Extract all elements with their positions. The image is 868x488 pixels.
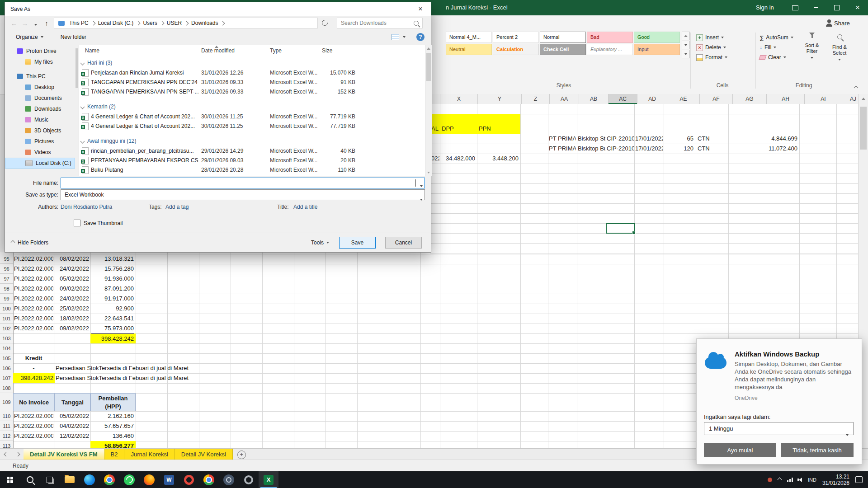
cell-b-99[interactable]: 24/02/2022	[55, 294, 89, 304]
row-header-111[interactable]: 111	[0, 421, 13, 431]
scrollbar-thumb[interactable]	[426, 53, 431, 81]
cell-total-label-partial[interactable]: AL	[431, 124, 439, 134]
refresh-button[interactable]	[318, 19, 331, 27]
cell-b-96[interactable]: 24/02/2022	[55, 264, 89, 274]
no-thanks-button[interactable]: Tidak, terima kasih	[781, 443, 854, 457]
find-select-button[interactable]: Find & Select	[826, 33, 853, 62]
cell-header-no-invoice[interactable]: No Invoice	[13, 393, 55, 411]
taskbar-search-button[interactable]	[20, 471, 40, 488]
cell-c-111[interactable]: 57.657.657	[91, 421, 134, 431]
column-header-X[interactable]: X	[440, 94, 478, 104]
file-group-header[interactable]: Awal minggu ini (12)	[79, 136, 432, 146]
cell-c-102[interactable]: 75.973.000	[91, 324, 134, 333]
cell-b-111[interactable]: 04/02/2022	[55, 421, 89, 431]
excel-close-button[interactable]	[847, 0, 868, 15]
column-header-AG[interactable]: AG	[733, 94, 767, 104]
cell-amount[interactable]: 4.844.699	[762, 134, 797, 144]
sheet-nav-left[interactable]	[0, 449, 12, 460]
cell-b-110[interactable]: 05/02/2022	[55, 411, 89, 421]
style-chip-neutral[interactable]: Neutral	[446, 44, 492, 55]
sidebar-item-documents[interactable]: Documents	[5, 93, 75, 103]
minimize-button[interactable]	[806, 0, 826, 15]
file-name-dropdown[interactable]	[420, 182, 423, 188]
column-header-AF[interactable]: AF	[700, 94, 733, 104]
sidebar-item-proton-drive[interactable]: Proton Drive	[5, 46, 75, 56]
row-header-102[interactable]: 102	[0, 324, 13, 333]
style-chip-percent-2[interactable]: Percent 2	[493, 32, 539, 43]
grid-pane-bottom-left[interactable]: 95PI.2022.02.0000708/02/202213.018.32196…	[0, 252, 430, 448]
column-header-name[interactable]: Name	[85, 47, 99, 54]
row-header-108[interactable]: 108	[0, 383, 13, 393]
breadcrumb-item-local-disk-c[interactable]: Local Disk (C:)	[96, 20, 136, 26]
forward-button[interactable]: →	[19, 19, 30, 27]
sheet-tab-detail-jv-koreksi[interactable]: Detail JV Koreksi	[175, 449, 233, 460]
file-row[interactable]: TANGGAPAN PEMERIKSAAN PPN SEPT-...31/01/…	[79, 87, 432, 97]
cell-header-tanggal[interactable]: Tanggal	[55, 393, 90, 411]
column-header-AH[interactable]: AH	[767, 94, 805, 104]
cell-a-107[interactable]: 398.428.242	[14, 373, 53, 383]
gallery-more-button[interactable]	[682, 50, 690, 58]
cell-a-98[interactable]: PI.2022.02.00008	[14, 284, 53, 294]
grid-pane-top-right[interactable]: ALDPPPPNPT PRIMABiskitop StiCIP-2201017/…	[430, 104, 858, 254]
add-tag-link[interactable]: Add a tag	[165, 204, 189, 210]
file-row[interactable]: Buku Piutang28/01/2026 20.28Microsoft Ex…	[79, 165, 432, 174]
search-input[interactable]: Search Downloads	[337, 18, 423, 28]
row-header-98[interactable]: 98	[0, 284, 13, 294]
save-button[interactable]: Save	[339, 237, 376, 249]
cell-c-101[interactable]: 22.643.541	[91, 314, 134, 324]
cell-code[interactable]: CIP-22010	[607, 144, 634, 154]
taskbar-word-button[interactable]: W	[159, 471, 179, 488]
cell-ppn-total[interactable]: 3.448.200	[478, 154, 519, 164]
row-header-101[interactable]: 101	[0, 314, 13, 324]
delete-button[interactable]: Delete	[696, 42, 727, 52]
cell-item[interactable]: Biskitop Bu	[578, 144, 605, 154]
tray-app-icon[interactable]	[768, 478, 772, 482]
new-folder-button[interactable]: New folder	[61, 34, 86, 40]
cell-date-partial[interactable]: 022	[431, 154, 439, 164]
cell-a-101[interactable]: PI.2022.02.00023	[14, 314, 53, 324]
cell-a-96[interactable]: PI.2022.02.00043	[14, 264, 53, 274]
show-hidden-icons-icon[interactable]	[778, 478, 782, 482]
cell-a-95[interactable]: PI.2022.02.00007	[14, 254, 53, 264]
sheet-nav-right[interactable]	[12, 449, 24, 460]
cell-b-112[interactable]: 12/02/2022	[55, 431, 89, 441]
cell-c-95[interactable]: 13.018.321	[91, 254, 134, 264]
cell-c-98[interactable]: 87.091.200	[91, 284, 134, 294]
file-row[interactable]: rincian_pembelian_per_barang_ptcitrasu..…	[79, 146, 432, 156]
cell-qty[interactable]: 120	[664, 144, 693, 154]
taskbar-file-explorer-button[interactable]	[60, 471, 80, 488]
cell-b-102[interactable]: 09/02/2022	[55, 324, 89, 333]
row-header-105[interactable]: 105	[0, 353, 13, 363]
column-header-date-modified[interactable]: Date modified	[201, 47, 235, 54]
tools-button[interactable]: Tools	[311, 239, 329, 246]
action-center-icon[interactable]	[855, 476, 863, 483]
network-icon[interactable]	[787, 478, 793, 482]
back-button[interactable]: ←	[9, 19, 19, 27]
file-row[interactable]: Penjelasan dan Rincian Jurnal Koreksi31/…	[79, 68, 432, 78]
autosum-button[interactable]: AutoSum	[760, 33, 793, 42]
column-header-AI[interactable]: AI	[805, 94, 842, 104]
cell-c-110[interactable]: 2.162.160	[91, 411, 134, 421]
column-header-AB[interactable]: AB	[579, 94, 609, 104]
cell-a-110[interactable]: PI.2022.02.00003	[14, 411, 53, 421]
cell-b-97[interactable]: 05/02/2022	[55, 274, 89, 284]
style-chip-good[interactable]: Good	[634, 32, 680, 43]
dialog-close-button[interactable]: ×	[410, 2, 431, 15]
cell-c-113[interactable]: 58.856.277	[91, 441, 134, 448]
recent-locations-button[interactable]	[30, 19, 41, 27]
taskbar-opera-button[interactable]	[179, 471, 199, 488]
cell-a-102[interactable]: PI.2022.02.00010	[14, 324, 53, 333]
taskbar-chrome-button[interactable]	[99, 471, 119, 488]
cell-note-107[interactable]: Persediaan StokTersedia di Febuari di ju…	[56, 373, 250, 383]
cell-uom[interactable]: CTN	[698, 134, 720, 144]
cell-date[interactable]: 17/01/2022	[635, 144, 663, 154]
gallery-up-button[interactable]	[682, 32, 690, 40]
scrollbar-thumb[interactable]	[75, 48, 78, 88]
hide-folders-button[interactable]: Hide Folders	[11, 239, 48, 246]
sidebar-item-this-pc[interactable]: This PC	[5, 71, 75, 82]
column-header-AA[interactable]: AA	[550, 94, 579, 104]
help-icon[interactable]: ?	[416, 33, 425, 41]
save-thumbnail-checkbox[interactable]	[74, 220, 80, 226]
column-header-AD[interactable]: AD	[637, 94, 667, 104]
taskbar-settings-button[interactable]	[239, 471, 259, 488]
